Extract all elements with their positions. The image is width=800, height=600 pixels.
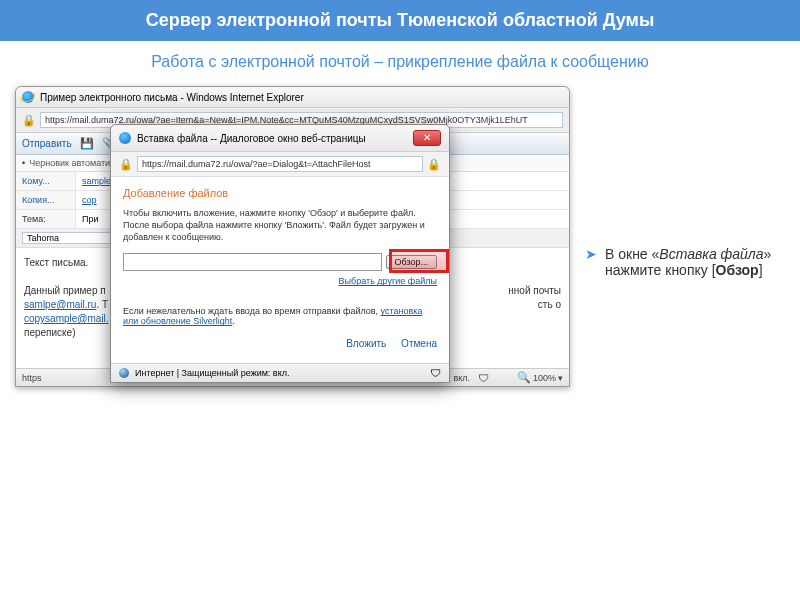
cc-button[interactable]: Копия...: [16, 191, 76, 209]
attach-button[interactable]: Вложить: [346, 338, 386, 349]
protected-mode-icon: 🛡: [478, 372, 489, 384]
dialog-titlebar: Вставка файла -- Диалоговое окно веб-стр…: [111, 125, 449, 152]
silverlight-note: Если нежелательно ждать ввода во время о…: [123, 306, 437, 326]
dialog-instruction: Чтобы включить вложение, нажмите кнопку …: [123, 207, 437, 243]
attach-file-dialog: Вставка файла -- Диалоговое окно веб-стр…: [110, 124, 450, 383]
dialog-addressbar: 🔒 https://mail.duma72.ru/owa/?ae=Dialog&…: [111, 152, 449, 177]
close-button[interactable]: ✕: [413, 130, 441, 146]
choose-other-files-link[interactable]: Выбрать другие файлы: [339, 276, 437, 286]
slide-header: Сервер электронной почты Тюменской облас…: [0, 0, 800, 41]
dialog-zone-text: Интернет | Защищенный режим: вкл.: [135, 368, 289, 378]
dialog-title: Вставка файла -- Диалоговое окно веб-стр…: [137, 133, 366, 144]
ie-logo-icon: [22, 91, 34, 103]
window-title: Пример электронного письма - Windows Int…: [40, 92, 304, 103]
lock-icon: 🔒: [119, 158, 133, 171]
zone-globe-icon: [119, 368, 129, 378]
dialog-url-field: https://mail.duma72.ru/owa/?ae=Dialog&t=…: [137, 156, 423, 172]
body-link[interactable]: copysample@mail.: [24, 313, 109, 324]
window-titlebar: Пример электронного письма - Windows Int…: [16, 87, 569, 108]
protected-mode-icon: 🛡: [430, 367, 441, 379]
zoom-control[interactable]: 🔍 100% ▾: [517, 371, 563, 384]
protocol-label: https: [22, 373, 42, 383]
cancel-button[interactable]: Отмена: [401, 338, 437, 349]
dialog-heading: Добавление файлов: [123, 187, 437, 199]
browse-button[interactable]: Обзор...: [386, 255, 438, 269]
file-path-input[interactable]: [123, 253, 382, 271]
slide-instruction: ➤ В окне «Вставка файла» нажмите кнопку …: [585, 246, 785, 278]
to-button[interactable]: Кому...: [16, 172, 76, 190]
save-icon[interactable]: 💾: [80, 137, 94, 150]
zoom-icon: 🔍: [517, 371, 531, 384]
slide-subtitle: Работа с электронной почтой – прикреплен…: [0, 41, 800, 86]
send-button[interactable]: Отправить: [22, 138, 72, 149]
bullet-arrow-icon: ➤: [585, 246, 597, 278]
font-select[interactable]: Tahoma: [22, 232, 122, 244]
dialog-statusbar: Интернет | Защищенный режим: вкл. 🛡: [111, 363, 449, 382]
lock-icon: 🔒: [22, 114, 36, 127]
subject-label: Тема:: [16, 210, 76, 228]
ie-logo-icon: [119, 132, 131, 144]
lock-icon: 🔒: [427, 158, 441, 171]
